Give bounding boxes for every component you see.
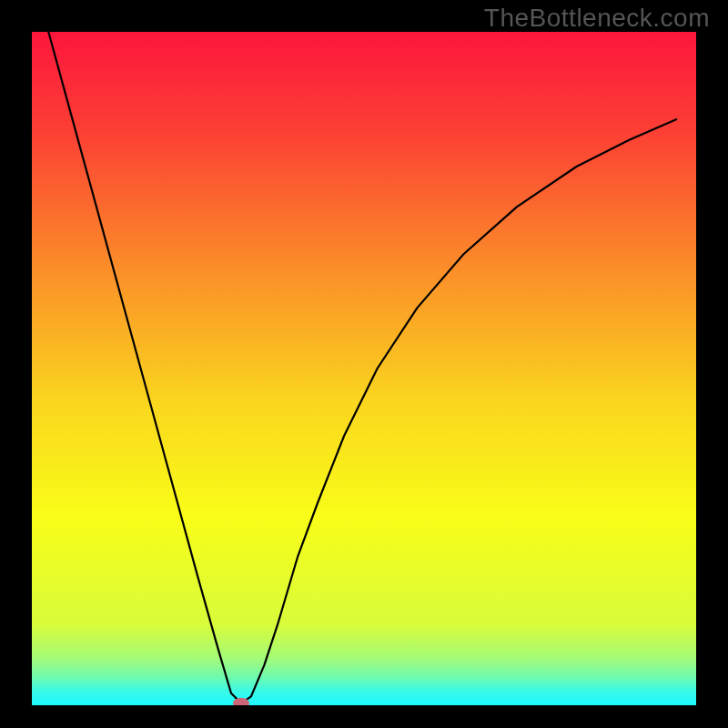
chart-plot-area (32, 32, 696, 705)
chart-svg (32, 32, 696, 705)
chart-background (32, 32, 696, 705)
source-watermark: TheBottleneck.com (484, 4, 710, 33)
